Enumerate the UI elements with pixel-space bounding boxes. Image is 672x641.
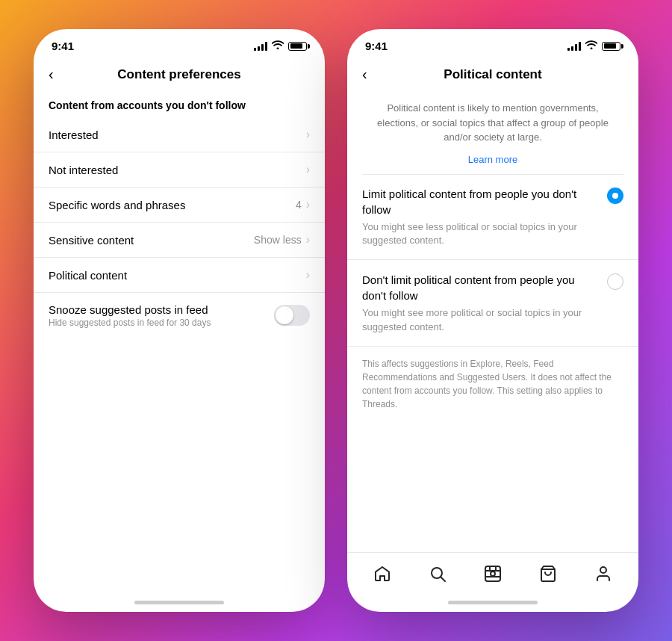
snooze-subtitle: Hide suggested posts in feed for 30 days: [49, 318, 211, 328]
menu-item-interested[interactable]: Interested ›: [34, 117, 325, 152]
nav-bar-left: ‹ Content preferences: [34, 57, 325, 93]
status-bar-left: 9:41: [34, 29, 325, 57]
radio-circle-limit[interactable]: [607, 188, 623, 204]
wifi-icon: [585, 40, 597, 52]
menu-item-label: Sensitive content: [49, 234, 254, 247]
menu-item-value: Show less: [254, 234, 302, 246]
status-time-left: 9:41: [52, 40, 74, 52]
menu-item-sensitive[interactable]: Sensitive content Show less ›: [34, 223, 325, 258]
radio-title-limit: Limit political content from people you …: [362, 186, 598, 217]
radio-sub-limit: You might see less political or social t…: [362, 220, 598, 247]
snooze-toggle[interactable]: [274, 305, 310, 326]
page-title-left: Content preferences: [117, 67, 240, 82]
screen-content-left: Content from accounts you don't follow I…: [34, 93, 325, 595]
chevron-icon: ›: [306, 233, 310, 247]
screen-content-right: Political content is likely to mention g…: [347, 93, 638, 552]
right-phone: 9:41 ‹ Political content Political conte…: [347, 29, 638, 612]
back-button-right[interactable]: ‹: [362, 63, 373, 86]
home-indicator-left: [134, 601, 224, 604]
status-icons-right: [567, 40, 620, 52]
radio-option-limit[interactable]: Limit political content from people you …: [347, 174, 638, 260]
status-time-right: 9:41: [365, 40, 388, 52]
section-header-left: Content from accounts you don't follow: [34, 93, 325, 117]
status-icons-left: [254, 40, 307, 52]
radio-text-dont-limit: Don't limit political content from peopl…: [362, 272, 598, 333]
home-nav-icon[interactable]: [364, 562, 400, 590]
home-indicator-right: [448, 601, 538, 604]
learn-more-link[interactable]: Learn more: [347, 152, 638, 174]
svg-rect-2: [485, 566, 500, 581]
footer-note: This affects suggestions in Explore, Ree…: [347, 347, 638, 421]
snooze-item[interactable]: Snooze suggested posts in feed Hide sugg…: [34, 293, 325, 338]
battery-icon: [602, 42, 620, 51]
nav-bar-right: ‹ Political content: [347, 57, 638, 93]
radio-sub-dont-limit: You might see more political or social t…: [362, 306, 598, 333]
bottom-nav: [347, 552, 638, 595]
signal-icon: [567, 42, 581, 51]
wifi-icon: [272, 40, 284, 52]
left-phone: 9:41 ‹ Content preferences Content from …: [34, 29, 325, 612]
search-nav-icon[interactable]: [420, 562, 455, 590]
menu-item-not-interested[interactable]: Not interested ›: [34, 152, 325, 188]
status-bar-right: 9:41: [347, 29, 638, 57]
signal-icon: [254, 42, 267, 51]
political-description: Political content is likely to mention g…: [347, 93, 638, 152]
chevron-icon: ›: [306, 128, 310, 141]
snooze-title: Snooze suggested posts in feed: [49, 303, 211, 316]
chevron-icon: ›: [306, 163, 310, 176]
back-button-left[interactable]: ‹: [49, 63, 60, 86]
menu-item-words-phrases[interactable]: Specific words and phrases 4 ›: [34, 188, 325, 223]
battery-icon: [288, 42, 307, 51]
svg-line-1: [441, 577, 446, 582]
menu-item-label: Interested: [49, 128, 306, 141]
page-title-right: Political content: [444, 67, 541, 82]
snooze-text: Snooze suggested posts in feed Hide sugg…: [49, 303, 211, 328]
radio-option-dont-limit[interactable]: Don't limit political content from peopl…: [347, 260, 638, 346]
shop-nav-icon[interactable]: [530, 562, 566, 590]
radio-title-dont-limit: Don't limit political content from peopl…: [362, 272, 598, 303]
svg-point-3: [491, 572, 495, 576]
radio-circle-dont-limit[interactable]: [607, 273, 623, 290]
reels-nav-icon[interactable]: [475, 562, 511, 590]
profile-nav-icon[interactable]: [585, 562, 621, 590]
chevron-icon: ›: [306, 198, 310, 211]
svg-point-5: [600, 567, 606, 573]
menu-item-label: Specific words and phrases: [49, 199, 296, 211]
menu-item-label: Political content: [49, 269, 306, 282]
radio-text-limit: Limit political content from people you …: [362, 186, 598, 247]
chevron-icon: ›: [306, 268, 310, 282]
menu-item-value: 4: [296, 199, 302, 211]
menu-item-label: Not interested: [49, 164, 306, 176]
menu-item-political[interactable]: Political content ›: [34, 258, 325, 293]
